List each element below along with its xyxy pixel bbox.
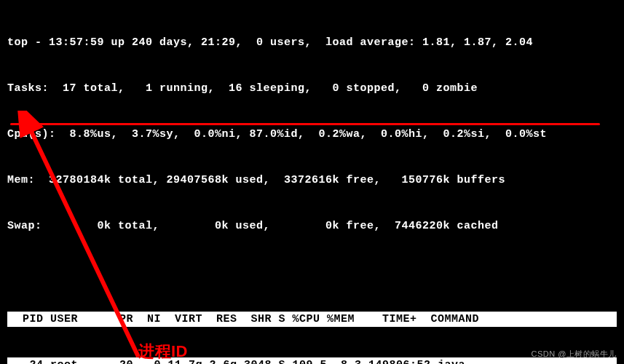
- watermark: CSDN @上树的蜗牛儿: [532, 349, 617, 360]
- arrow-icon: [6, 111, 166, 364]
- annotation-label: 进程ID: [138, 341, 188, 363]
- svg-line-1: [26, 121, 138, 357]
- summary-tasks: Tasks: 17 total, 1 running, 16 sleeping,…: [7, 81, 617, 96]
- summary-uptime: top - 13:57:59 up 240 days, 21:29, 0 use…: [7, 35, 617, 50]
